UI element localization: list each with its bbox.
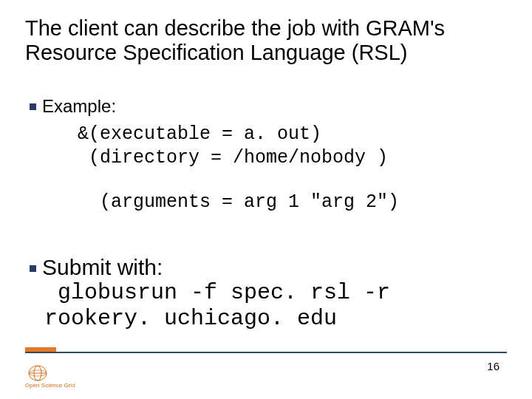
- submit-block: Submit with: globusrun -f spec. rsl -r r…: [30, 255, 502, 331]
- slide: The client can describe the job with GRA…: [0, 0, 532, 399]
- submit-code-line-1: globusrun -f spec. rsl -r: [44, 280, 390, 305]
- slide-body: Example: &(executable = a. out) (directo…: [30, 96, 502, 331]
- submit-code: globusrun -f spec. rsl -r rookery. uchic…: [44, 280, 502, 331]
- footer-divider: [25, 352, 507, 353]
- footer-logo: Open Science Grid: [25, 364, 75, 389]
- code-line-3: (arguments = arg 1 "arg 2"): [100, 191, 399, 213]
- submit-code-line-2: rookery. uchicago. edu: [44, 306, 337, 331]
- bullet-submit: Submit with:: [30, 255, 502, 280]
- slide-title: The client can describe the job with GRA…: [25, 16, 505, 66]
- example-label: Example:: [42, 96, 116, 117]
- code-block-executable: &(executable = a. out) (directory = /hom…: [78, 123, 502, 170]
- code-block-arguments: (arguments = arg 1 "arg 2"): [100, 191, 502, 214]
- footer-accent: [25, 347, 56, 352]
- code-line-2: (directory = /home/nobody ): [78, 147, 388, 168]
- bullet-example: Example:: [30, 96, 502, 117]
- bullet-square-icon: [30, 265, 36, 272]
- footer-logo-text: Open Science Grid: [25, 382, 75, 389]
- page-number: 16: [487, 360, 499, 372]
- submit-label: Submit with:: [42, 255, 163, 280]
- code-line-1: &(executable = a. out): [78, 123, 321, 145]
- globe-icon: [25, 364, 50, 382]
- bullet-square-icon: [30, 103, 36, 110]
